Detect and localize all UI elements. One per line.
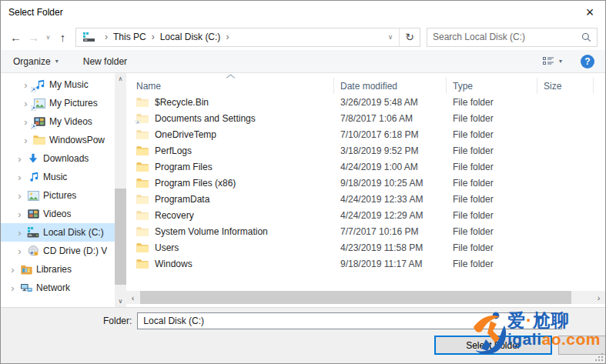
dialog-footer: Folder: Select Folder 爱·尬聊 igaliao.com [1,307,605,363]
sidebar-item-windowspow[interactable]: ›WindowsPow [1,131,115,149]
chevron-right-icon[interactable]: › [15,228,25,238]
sidebar-item-libraries[interactable]: ›Libraries [1,260,115,279]
file-row-recovery[interactable]: Recovery4/24/2019 12:29 AMFile folder [126,207,605,223]
chevron-right-icon[interactable]: › [21,80,31,90]
type-cell: File folder [447,162,537,172]
picture-icon [26,189,40,202]
file-row-documents-and-settings[interactable]: Documents and Settings7/8/2017 1:06 AMFi… [126,110,605,126]
date-modified-cell: 7/8/2017 1:06 AM [334,113,447,124]
history-chevron-down-icon[interactable]: ∨ [42,28,54,46]
sidebar-item-label: My Music [49,79,89,90]
sidebar-item-label: Local Disk (C:) [43,227,104,238]
folder-icon [136,129,149,140]
breadcrumb-local-disk-c[interactable]: Local Disk (C:) [160,32,221,42]
file-row-program-files[interactable]: Program Files4/24/2019 1:00 AMFile folde… [126,159,605,175]
file-row-recycle-bin[interactable]: $Recycle.Bin3/26/2019 5:48 AMFile folder [126,94,605,110]
sidebar-item-label: CD Drive (D:) V [43,245,107,256]
scroll-right-icon[interactable]: › [592,291,605,304]
file-row-windows[interactable]: Windows9/18/2019 11:17 AMFile folder [126,255,605,272]
view-chevron-down-icon[interactable]: ▾ [559,58,562,65]
sidebar-item-videos[interactable]: ›Videos [1,205,115,223]
scroll-down-icon[interactable]: ∨ [115,296,126,307]
chevron-right-icon[interactable]: › [15,154,25,164]
date-modified-cell: 9/18/2019 10:25 AM [334,178,447,189]
scroll-up-icon[interactable]: ∧ [115,73,126,85]
organize-button[interactable]: Organize ▾ [13,56,59,67]
file-name-cell: Users [126,242,334,253]
refresh-icon[interactable]: ↻ [400,28,420,46]
downloads-icon [26,152,40,165]
sidebar-item-my-videos[interactable]: ›My Videos [1,112,115,131]
file-name-cell: OneDriveTemp [126,129,334,140]
select-folder-button[interactable]: Select Folder [434,336,552,355]
column-header-name[interactable]: Name [126,78,334,94]
column-header-date-modified[interactable]: Date modified [334,78,447,94]
chevron-right-icon[interactable]: › [15,191,25,201]
address-bar[interactable]: › This PC › Local Disk (C:) › ∨ ↻ [75,28,420,47]
file-name-label: Program Files [155,162,213,172]
sidebar-item-music[interactable]: ›Music [1,168,115,186]
folder-name-input[interactable] [137,312,562,329]
file-row-onedrivetemp[interactable]: OneDriveTemp7/10/2017 6:18 PMFile folder [126,126,605,142]
scrollbar-thumb[interactable] [115,189,126,285]
sidebar-item-my-music[interactable]: ›My Music [1,75,115,94]
sidebar-item-my-pictures[interactable]: ›My Pictures [1,94,115,112]
chevron-right-icon[interactable]: › [21,117,31,127]
sidebar-item-cd-drive-d-v[interactable]: ›CD Drive (D:) V [1,242,115,260]
search-input[interactable] [433,32,581,42]
sidebar-item-downloads[interactable]: ›Downloads [1,149,115,168]
column-header-row: Name Date modified Type Size [126,73,605,94]
sidebar-item-label: WindowsPow [49,135,105,145]
window-title: Select Folder [8,7,63,18]
chevron-right-icon[interactable]: › [8,283,18,293]
chevron-right-icon[interactable]: › [8,265,18,275]
horizontal-scrollbar[interactable]: ‹ › [126,291,605,304]
sidebar-item-label: Downloads [43,153,89,164]
up-icon[interactable]: ↑ [54,28,72,46]
sidebar-item-label: Libraries [36,264,72,275]
address-chevron-down-icon[interactable]: ∨ [382,33,399,41]
close-icon[interactable]: × [574,1,605,24]
column-header-size[interactable]: Size [537,78,594,94]
type-cell: File folder [447,113,537,124]
sidebar-scrollbar[interactable]: ∧ ∨ [115,73,126,307]
forward-icon[interactable]: → [25,28,42,46]
folder-icon [136,161,149,172]
shortcut-arrow-icon [31,105,36,111]
scrollbar-thumb[interactable] [140,291,571,304]
file-row-users[interactable]: Users4/23/2019 11:58 PMFile folder [126,239,605,255]
column-header-type[interactable]: Type [447,78,537,94]
file-row-program-files-x86[interactable]: Program Files (x86)9/18/2019 10:25 AMFil… [126,175,605,191]
sidebar-item-pictures[interactable]: ›Pictures [1,186,115,205]
picture-icon [32,97,46,109]
help-icon[interactable]: ? [581,55,594,68]
details-view-icon[interactable] [542,56,554,66]
file-row-system-volume-information[interactable]: System Volume Information7/7/2017 10:16 … [126,223,605,239]
date-modified-cell: 3/18/2019 9:52 PM [334,145,447,156]
scroll-left-icon[interactable]: ‹ [126,291,139,304]
file-row-perflogs[interactable]: PerfLogs3/18/2019 9:52 PMFile folder [126,142,605,159]
this-pc-icon [82,31,96,43]
new-folder-button[interactable]: New folder [83,56,127,67]
chevron-right-icon[interactable]: › [15,246,25,256]
file-name-label: OneDriveTemp [155,129,216,140]
folder-icon [136,193,149,205]
chevron-right-icon[interactable]: › [21,99,31,109]
breadcrumb-separator[interactable]: › [220,32,234,42]
breadcrumb-separator[interactable]: › [146,32,160,42]
file-name-label: $Recycle.Bin [155,97,209,108]
file-name-cell: Recovery [126,209,334,221]
folder-icon [136,209,149,221]
file-row-programdata[interactable]: ProgramData4/24/2019 12:33 AMFile folder [126,191,605,207]
chevron-right-icon[interactable]: › [15,172,25,182]
date-modified-cell: 4/24/2019 12:33 AM [334,194,447,205]
sidebar-item-network[interactable]: ›Network [1,279,115,297]
back-icon[interactable]: ← [7,28,25,46]
type-cell: File folder [447,259,537,269]
chevron-right-icon[interactable]: › [21,135,31,145]
resize-grip[interactable] [594,352,604,362]
search-icon[interactable] [581,32,591,42]
sidebar-item-local-disk-c[interactable]: ›Local Disk (C:) [1,223,115,242]
chevron-right-icon[interactable]: › [15,209,25,219]
breadcrumb-this-pc[interactable]: This PC [113,32,146,42]
